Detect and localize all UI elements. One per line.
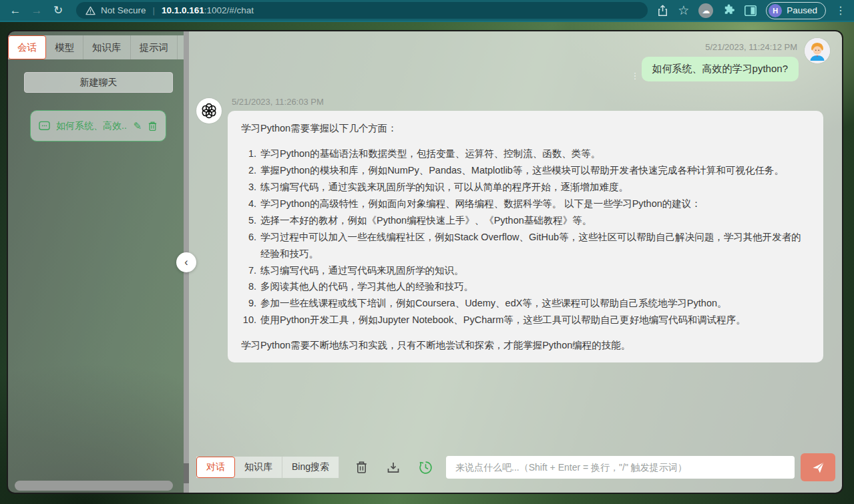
assistant-list-item: 学习过程中可以加入一些在线编程社区，例如Stack Overflow、GitHu… bbox=[259, 229, 810, 262]
url-text: 10.1.0.161:1002/#/chat bbox=[162, 5, 254, 15]
mode-tab-bing-search[interactable]: Bing搜索 bbox=[282, 457, 339, 478]
clear-chat-trash-icon[interactable] bbox=[355, 461, 368, 474]
reload-icon[interactable]: ↻ bbox=[49, 2, 67, 19]
tab-models[interactable]: 模型 bbox=[46, 35, 83, 59]
profile-avatar: H bbox=[769, 4, 782, 17]
chrome-menu-icon[interactable]: ⋮ bbox=[835, 4, 846, 17]
composer-bar: 对话 知识库 Bing搜索 bbox=[196, 456, 835, 479]
divider-scroll-thumb[interactable] bbox=[184, 463, 189, 483]
sidebar-horizontal-scrollbar[interactable] bbox=[15, 481, 173, 491]
collapse-sidebar-button[interactable]: ‹ bbox=[176, 252, 196, 272]
mode-tab-knowledge-base[interactable]: 知识库 bbox=[235, 457, 282, 478]
assistant-outro: 学习Python需要不断地练习和实践，只有不断地尝试和探索，才能掌握Python… bbox=[241, 337, 810, 354]
sidebar: 会话 模型 知识库 提示词 新建聊天 如何系统、高效... ✎ bbox=[8, 31, 184, 493]
openai-logo-icon bbox=[196, 98, 222, 123]
toolbar-actions: ☆ ☁ H Paused ⋮ bbox=[657, 2, 847, 19]
tab-prompts[interactable]: 提示词 bbox=[131, 35, 178, 59]
assistant-list-item: 学习Python的高级特性，例如面向对象编程、网络编程、数据科学等。 以下是一些… bbox=[259, 196, 810, 212]
sidebar-tab-bar: 会话 模型 知识库 提示词 bbox=[8, 35, 184, 59]
edit-conversation-icon[interactable]: ✎ bbox=[133, 120, 142, 132]
composer-mode-tabs: 对话 知识库 Bing搜索 bbox=[196, 457, 339, 478]
message-list: 5/21/2023, 11:24:12 PM 如何系统、高效的学习python?… bbox=[189, 31, 842, 456]
user-message-timestamp: 5/21/2023, 11:24:12 PM bbox=[705, 42, 797, 52]
delete-conversation-icon[interactable] bbox=[148, 121, 158, 132]
assistant-list-item: 使用Python开发工具，例如Jupyter Notebook、PyCharm等… bbox=[259, 312, 810, 328]
assistant-message-bubble: 学习Python需要掌握以下几个方面： 学习Python的基础语法和数据类型，包… bbox=[228, 111, 823, 362]
user-message-bubble: 如何系统、高效的学习python? bbox=[642, 57, 799, 81]
chat-bubble-icon bbox=[39, 121, 50, 132]
chat-main-area: 5/21/2023, 11:24:12 PM 如何系统、高效的学习python?… bbox=[189, 31, 842, 493]
side-panel-icon[interactable] bbox=[744, 5, 757, 16]
url-host: 10.1.0.161 bbox=[162, 5, 204, 15]
assistant-list-item: 练习编写代码，通过写代码来巩固所学的知识。 bbox=[259, 262, 810, 279]
assistant-list-item: 学习Python的基础语法和数据类型，包括变量、运算符、控制流、函数、类等。 bbox=[259, 146, 810, 162]
assistant-list-item: 练习编写代码，通过实践来巩固所学的知识，可以从简单的程序开始，逐渐增加难度。 bbox=[259, 179, 810, 196]
back-icon[interactable]: ← bbox=[7, 2, 24, 19]
conversation-title: 如何系统、高效... bbox=[56, 120, 127, 132]
chat-application-panel: 会话 模型 知识库 提示词 新建聊天 如何系统、高效... ✎ ‹ 5/ bbox=[7, 30, 843, 494]
assistant-message: 5/21/2023, 11:26:03 PM 学习Python需要掌握以下几个方… bbox=[196, 95, 830, 362]
chat-history-icon[interactable] bbox=[419, 461, 433, 475]
user-message: 5/21/2023, 11:24:12 PM 如何系统、高效的学习python?… bbox=[196, 38, 830, 81]
forward-icon[interactable]: → bbox=[28, 2, 45, 19]
assistant-list-item: 选择一本好的教材，例如《Python编程快速上手》、《Python基础教程》等。 bbox=[259, 212, 810, 229]
assistant-list-item: 参加一些在线课程或线下培训，例如Coursera、Udemy、edX等，这些课程… bbox=[259, 295, 810, 312]
assistant-list: 学习Python的基础语法和数据类型，包括变量、运算符、控制流、函数、类等。掌握… bbox=[241, 146, 810, 328]
profile-paused-button[interactable]: H Paused bbox=[766, 2, 826, 19]
address-bar[interactable]: Not Secure | 10.1.0.161:1002/#/chat bbox=[76, 2, 648, 19]
url-separator: | bbox=[153, 5, 155, 15]
not-secure-warning-icon bbox=[85, 6, 95, 15]
tab-conversations[interactable]: 会话 bbox=[8, 35, 46, 59]
message-actions-dots-icon[interactable]: ⋮ bbox=[631, 71, 640, 80]
security-label: Not Secure bbox=[101, 5, 146, 15]
conversation-list-item[interactable]: 如何系统、高效... ✎ bbox=[30, 110, 166, 142]
export-download-icon[interactable] bbox=[387, 461, 400, 474]
new-chat-button[interactable]: 新建聊天 bbox=[24, 72, 173, 93]
mode-tab-dialogue[interactable]: 对话 bbox=[196, 457, 235, 478]
bookmark-star-icon[interactable]: ☆ bbox=[678, 3, 689, 18]
assistant-message-timestamp: 5/21/2023, 11:26:03 PM bbox=[232, 97, 823, 107]
extensions-puzzle-icon[interactable] bbox=[722, 4, 735, 17]
assistant-list-item: 掌握Python的模块和库，例如NumPy、Pandas、Matplotlib等… bbox=[259, 162, 810, 179]
message-input[interactable] bbox=[446, 456, 795, 479]
assistant-intro: 学习Python需要掌握以下几个方面： bbox=[241, 120, 810, 137]
cloud-extension-icon[interactable]: ☁ bbox=[698, 3, 713, 18]
assistant-list-item: 多阅读其他人的代码，学习其他人的经验和技巧。 bbox=[259, 278, 810, 295]
user-avatar bbox=[805, 38, 830, 63]
send-button[interactable] bbox=[801, 453, 835, 481]
url-path: :1002/#/chat bbox=[204, 5, 254, 15]
tab-knowledge-base[interactable]: 知识库 bbox=[83, 35, 131, 59]
paused-label: Paused bbox=[787, 5, 817, 15]
sidebar-resize-divider[interactable]: ‹ bbox=[184, 31, 189, 493]
browser-toolbar: ← → ↻ Not Secure | 10.1.0.161:1002/#/cha… bbox=[0, 0, 854, 22]
share-icon[interactable] bbox=[657, 5, 668, 17]
